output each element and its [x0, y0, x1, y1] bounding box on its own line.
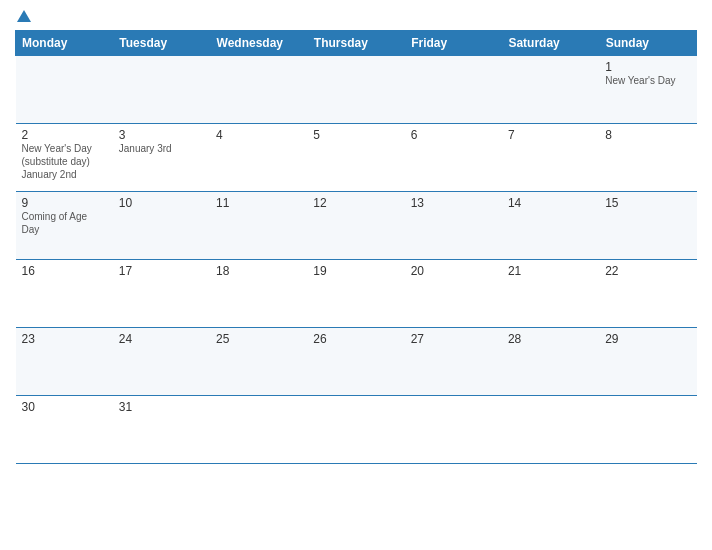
header [15, 10, 697, 22]
calendar-day-cell: 12 [307, 192, 404, 260]
holiday-label: (substitute day) [22, 155, 107, 168]
day-number: 12 [313, 196, 398, 210]
calendar-day-cell: 30 [16, 396, 113, 464]
day-number: 14 [508, 196, 593, 210]
holiday-label: Coming of Age Day [22, 210, 107, 236]
day-number: 4 [216, 128, 301, 142]
day-number: 7 [508, 128, 593, 142]
calendar-day-cell [210, 56, 307, 124]
day-number: 20 [411, 264, 496, 278]
column-header-monday: Monday [16, 31, 113, 56]
page: MondayTuesdayWednesdayThursdayFridaySatu… [0, 0, 712, 550]
logo [15, 10, 31, 22]
day-number: 27 [411, 332, 496, 346]
calendar-day-cell [502, 56, 599, 124]
calendar-week-row: 2New Year's Day(substitute day)January 2… [16, 124, 697, 192]
column-header-thursday: Thursday [307, 31, 404, 56]
calendar-week-row: 9Coming of Age Day101112131415 [16, 192, 697, 260]
calendar-day-cell [405, 396, 502, 464]
calendar-day-cell: 14 [502, 192, 599, 260]
calendar-day-cell: 1New Year's Day [599, 56, 696, 124]
column-header-tuesday: Tuesday [113, 31, 210, 56]
calendar-day-cell: 23 [16, 328, 113, 396]
day-number: 17 [119, 264, 204, 278]
calendar-day-cell: 27 [405, 328, 502, 396]
day-number: 26 [313, 332, 398, 346]
day-number: 29 [605, 332, 690, 346]
day-number: 9 [22, 196, 107, 210]
calendar-day-cell: 3January 3rd [113, 124, 210, 192]
day-number: 18 [216, 264, 301, 278]
logo-triangle-icon [17, 10, 31, 22]
calendar-day-cell: 17 [113, 260, 210, 328]
day-number: 31 [119, 400, 204, 414]
day-number: 5 [313, 128, 398, 142]
day-number: 1 [605, 60, 690, 74]
calendar-day-cell: 9Coming of Age Day [16, 192, 113, 260]
calendar-day-cell [307, 56, 404, 124]
calendar-table: MondayTuesdayWednesdayThursdayFridaySatu… [15, 30, 697, 464]
calendar-day-cell: 4 [210, 124, 307, 192]
calendar-day-cell: 13 [405, 192, 502, 260]
day-number: 13 [411, 196, 496, 210]
calendar-day-cell: 25 [210, 328, 307, 396]
calendar-day-cell: 24 [113, 328, 210, 396]
day-number: 23 [22, 332, 107, 346]
calendar-day-cell: 19 [307, 260, 404, 328]
calendar-day-cell [599, 396, 696, 464]
holiday-label: New Year's Day [605, 74, 690, 87]
calendar-day-cell: 2New Year's Day(substitute day)January 2… [16, 124, 113, 192]
calendar-header-row: MondayTuesdayWednesdayThursdayFridaySatu… [16, 31, 697, 56]
calendar-day-cell: 22 [599, 260, 696, 328]
calendar-day-cell: 16 [16, 260, 113, 328]
calendar-day-cell: 31 [113, 396, 210, 464]
calendar-day-cell: 18 [210, 260, 307, 328]
calendar-day-cell: 11 [210, 192, 307, 260]
calendar-week-row: 16171819202122 [16, 260, 697, 328]
day-number: 30 [22, 400, 107, 414]
calendar-day-cell [16, 56, 113, 124]
calendar-week-row: 3031 [16, 396, 697, 464]
column-header-sunday: Sunday [599, 31, 696, 56]
calendar-day-cell: 6 [405, 124, 502, 192]
calendar-week-row: 1New Year's Day [16, 56, 697, 124]
calendar-day-cell: 29 [599, 328, 696, 396]
calendar-day-cell [210, 396, 307, 464]
calendar-day-cell: 5 [307, 124, 404, 192]
day-number: 25 [216, 332, 301, 346]
holiday-label: January 3rd [119, 142, 204, 155]
calendar-day-cell: 26 [307, 328, 404, 396]
day-number: 3 [119, 128, 204, 142]
day-number: 19 [313, 264, 398, 278]
day-number: 24 [119, 332, 204, 346]
day-number: 2 [22, 128, 107, 142]
day-number: 22 [605, 264, 690, 278]
calendar-week-row: 23242526272829 [16, 328, 697, 396]
calendar-day-cell: 28 [502, 328, 599, 396]
column-header-wednesday: Wednesday [210, 31, 307, 56]
day-number: 8 [605, 128, 690, 142]
day-number: 6 [411, 128, 496, 142]
calendar-day-cell [405, 56, 502, 124]
day-number: 10 [119, 196, 204, 210]
calendar-day-cell [113, 56, 210, 124]
calendar-day-cell: 7 [502, 124, 599, 192]
calendar-day-cell: 21 [502, 260, 599, 328]
calendar-day-cell: 8 [599, 124, 696, 192]
day-number: 15 [605, 196, 690, 210]
column-header-friday: Friday [405, 31, 502, 56]
day-number: 28 [508, 332, 593, 346]
calendar-day-cell: 20 [405, 260, 502, 328]
calendar-day-cell [307, 396, 404, 464]
day-number: 16 [22, 264, 107, 278]
logo-blue-text [15, 10, 31, 22]
holiday-label: January 2nd [22, 168, 107, 181]
calendar-day-cell [502, 396, 599, 464]
column-header-saturday: Saturday [502, 31, 599, 56]
day-number: 11 [216, 196, 301, 210]
holiday-label: New Year's Day [22, 142, 107, 155]
calendar-day-cell: 15 [599, 192, 696, 260]
calendar-day-cell: 10 [113, 192, 210, 260]
day-number: 21 [508, 264, 593, 278]
